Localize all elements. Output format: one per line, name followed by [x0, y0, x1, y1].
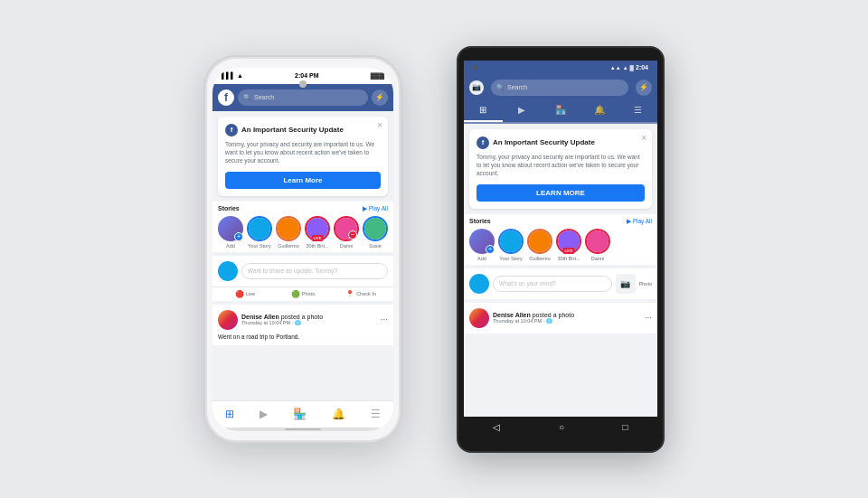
story-label-danni: Danni — [340, 243, 353, 249]
android-status-icons: ▲▲ ▲ ▓ 2:04 — [610, 64, 650, 70]
iphone-feed-author-info: Denise Allen posted a photo Thursday at … — [241, 314, 377, 325]
live-icon: 🔴 — [235, 290, 244, 298]
android-feed-avatar — [469, 308, 489, 328]
android-story-yours[interactable]: Your Story — [498, 229, 524, 261]
android-story-danni[interactable]: Danni — [585, 229, 610, 261]
android-tab-marketplace[interactable]: 🏪 — [542, 100, 580, 122]
story-plus-icon: + — [234, 232, 243, 241]
android-feed-time: Thursday at 10:04 PM · 🌐 — [493, 318, 641, 324]
post-action-photo[interactable]: 🟢 Photo — [274, 290, 332, 298]
iphone-security-title: An Important Security Update — [241, 126, 344, 134]
story-your-avatar — [247, 216, 272, 241]
live-badge: LIVE — [312, 235, 324, 241]
android-danni-avatar — [585, 229, 610, 254]
android-tab-notifications[interactable]: 🔔 — [580, 100, 618, 122]
android-recents-button[interactable]: □ — [623, 422, 628, 432]
android-story-add-avatar: + — [469, 229, 495, 254]
android-feed-author-info: Denise Allen posted a photo Thursday at … — [493, 312, 641, 324]
iphone-close-icon[interactable]: × — [377, 120, 382, 130]
story-item-yours[interactable]: Your Story — [247, 216, 272, 249]
android-camera — [473, 65, 477, 70]
android-guillermo-avatar — [527, 229, 552, 254]
scene: ▌▌▌ ▲ 2:04 PM ▓▓▓ f 🔍 Search ⚡ — [0, 0, 868, 498]
android-your-avatar — [498, 229, 524, 254]
android-story-add[interactable]: + Add — [469, 229, 495, 261]
android-photo-icon[interactable]: 📷 — [616, 274, 636, 294]
iphone-post-input[interactable]: Want to share an update, Tommy? — [241, 263, 388, 279]
messenger-icon[interactable]: ⚡ — [372, 89, 388, 106]
android-time: 2:04 — [636, 64, 648, 70]
android-signal: ▲▲ — [610, 65, 621, 70]
android-stories-list: + Add Your Story — [469, 229, 652, 261]
post-action-live[interactable]: 🔴 Live — [216, 290, 274, 298]
iphone-play-all[interactable]: ▶ Play All — [363, 205, 388, 212]
minus-badge: − — [348, 230, 357, 240]
android-learn-more-button[interactable]: LEARN MORE — [476, 184, 645, 202]
iphone-nav-watch[interactable]: ▶ — [259, 408, 268, 420]
android-back-button[interactable]: ◁ — [493, 422, 500, 432]
android-story-label-add: Add — [477, 256, 486, 261]
android-tab-menu[interactable]: ☰ — [618, 100, 657, 122]
iphone-learn-more-button[interactable]: Learn More — [225, 172, 381, 189]
iphone-nav-marketplace[interactable]: 🏪 — [293, 408, 307, 420]
android-content: × f An Important Security Update Tommy, … — [464, 124, 657, 417]
iphone-search-bar[interactable]: 🔍 Search — [238, 89, 368, 106]
android-tab-watch[interactable]: ▶ — [503, 100, 542, 122]
story-susie-avatar — [363, 216, 388, 241]
android-home-button[interactable]: ○ — [559, 422, 564, 432]
iphone-feed-item: Denise Allen posted a photo Thursday at … — [212, 305, 393, 345]
iphone-time: 2:04 PM — [295, 72, 318, 79]
iphone-battery: ▓▓▓ — [371, 72, 384, 79]
android-close-icon[interactable]: × — [641, 133, 646, 143]
story-item-30th[interactable]: LIVE 30th Birt... — [305, 216, 330, 249]
story-item-susie[interactable]: Susie — [363, 216, 388, 249]
iphone-post-placeholder: Want to share an update, Tommy? — [248, 268, 337, 274]
iphone-signal: ▌▌▌ ▲ — [222, 72, 243, 79]
android-stories-header: Stories ▶ Play All — [469, 218, 652, 225]
story-item-add[interactable]: + Add — [218, 216, 243, 249]
android-story-label-guillermo: Guillermo — [529, 256, 551, 261]
android-search-bar[interactable]: 🔍 Search — [491, 80, 628, 96]
android-camera-icon[interactable]: 📷 — [469, 80, 484, 95]
android-messenger-icon[interactable]: ⚡ — [636, 80, 652, 96]
iphone-user-avatar — [218, 261, 238, 281]
android-search-placeholder: Search — [507, 84, 527, 90]
android-battery: ▓ — [630, 65, 634, 70]
iphone-card-header: f An Important Security Update — [225, 124, 381, 136]
iphone-stories-list: + Add Your Story — [218, 216, 388, 249]
android-post-input[interactable]: What's on your mind? — [493, 276, 612, 292]
iphone-stories: Stories ▶ Play All + Add — [212, 202, 393, 252]
iphone-feed-author: Denise Allen posted a photo Thursday at … — [218, 310, 388, 330]
iphone-home-indicator — [212, 428, 393, 431]
iphone-feed-more-icon[interactable]: ··· — [381, 315, 388, 324]
android-story-label-30th: 30th Birt... — [557, 256, 580, 261]
iphone-security-body: Tommy, your privacy and security are imp… — [225, 140, 381, 164]
story-item-guillermo[interactable]: Guillermo — [276, 216, 301, 249]
post-action-checkin[interactable]: 📍 Check In — [332, 290, 390, 298]
android-play-all[interactable]: ▶ Play All — [627, 218, 652, 225]
story-item-danni[interactable]: − Danni — [334, 216, 359, 249]
iphone-stories-header: Stories ▶ Play All — [218, 205, 388, 212]
iphone-stories-label: Stories — [218, 205, 240, 211]
fb-logo: f — [218, 89, 234, 106]
story-label-yours: Your Story — [248, 243, 270, 249]
android-story-30th[interactable]: LIVE 30th Birt... — [556, 229, 581, 261]
android-story-guillermo[interactable]: Guillermo — [527, 229, 552, 261]
iphone-nav-menu[interactable]: ☰ — [371, 408, 381, 420]
post-action-checkin-label: Check In — [356, 291, 376, 296]
android-card-header: f An Important Security Update — [476, 136, 645, 149]
android-camera-area — [471, 65, 608, 70]
post-action-photo-label: Photo — [302, 291, 315, 296]
story-label-30th: 30th Birt... — [306, 243, 328, 249]
iphone-nav-home[interactable]: ⊞ — [225, 408, 234, 420]
android-post-placeholder: What's on your mind? — [499, 280, 556, 287]
android-feed-more-icon[interactable]: ··· — [645, 313, 652, 323]
iphone-frame: ▌▌▌ ▲ 2:04 PM ▓▓▓ f 🔍 Search ⚡ — [203, 55, 402, 444]
iphone-search-placeholder: Search — [254, 94, 274, 100]
android-tab-home[interactable]: ⊞ — [464, 100, 503, 122]
iphone-nav-notifications[interactable]: 🔔 — [332, 408, 345, 420]
android-live-badge: LIVE — [563, 248, 575, 254]
android-story-label-danni: Danni — [591, 256, 604, 261]
android-plus-icon: + — [486, 245, 495, 254]
iphone-bottom-nav: ⊞ ▶ 🏪 🔔 ☰ — [212, 400, 393, 428]
